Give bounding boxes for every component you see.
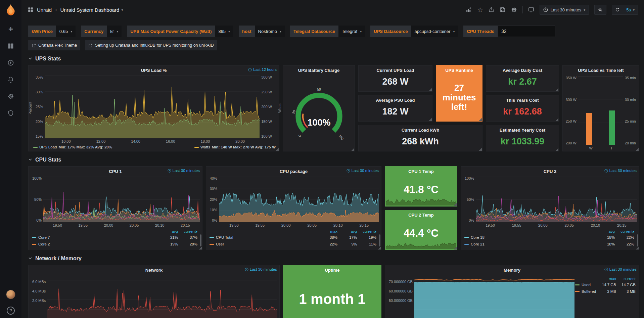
legend-scrollbar[interactable] (379, 234, 380, 246)
panel-resize-handle[interactable] (454, 203, 457, 206)
network-chart-canvas[interactable] (47, 275, 277, 318)
panel-resize-handle[interactable] (555, 148, 558, 151)
refresh-button[interactable] (612, 5, 623, 14)
panel-resize-handle[interactable] (351, 148, 354, 151)
cpu2-chart-canvas[interactable] (476, 177, 637, 222)
configuration-gear-icon[interactable] (7, 93, 14, 100)
dashboards-icon[interactable] (7, 42, 14, 50)
legend-header-current[interactable]: current (616, 277, 636, 281)
battery-gauge-chart[interactable]: 50 0 20 100 100% (285, 83, 353, 142)
axis-tick: 250 W (261, 90, 272, 94)
legend-header-current[interactable]: current▾ (178, 229, 197, 233)
panel-resize-handle[interactable] (479, 118, 482, 121)
chart-legend: max current Used 14.7 GB 14.7 GB Buffere… (574, 275, 637, 318)
legend-series-name[interactable]: User (210, 242, 318, 246)
panel-resize-handle[interactable] (555, 118, 558, 121)
ups-load-chart-canvas[interactable] (45, 76, 260, 138)
link-ups-monitoring-guide[interactable]: Setting up Grafana and InfluxDB for UPS … (85, 40, 217, 50)
time-range-picker[interactable]: Last 30 minutes ▾ (540, 5, 589, 15)
panel-cpu1-temp: CPU 1 Temp 41.8 °C (385, 166, 457, 207)
axis-tick: 25 min (625, 120, 636, 123)
panel-resize-handle[interactable] (636, 246, 639, 249)
legend-series-name[interactable]: Used (575, 283, 597, 287)
legend-series-name[interactable]: CPU Total (210, 235, 318, 239)
bar-chart-plot[interactable] (578, 76, 623, 145)
panel-resize-handle[interactable] (479, 148, 482, 151)
chevron-down-icon: ▾ (280, 30, 281, 33)
y-axis-left: 35%30%25%20%15% (34, 76, 45, 138)
legend-series-name[interactable]: Watts (200, 145, 210, 149)
legend-series-stats: Min: 17% Max: 32% Avg: 20% (58, 145, 112, 149)
cpu-package-chart-canvas[interactable] (219, 177, 379, 222)
memory-chart-canvas[interactable] (414, 275, 574, 318)
panel-resize-handle[interactable] (276, 148, 279, 151)
zoom-out-button[interactable] (594, 5, 606, 15)
legend-series-name[interactable]: UPS Load (39, 145, 57, 149)
legend-series-name[interactable]: Core 2 (32, 242, 158, 246)
panel-resize-handle[interactable] (636, 148, 639, 151)
chevron-down-icon: ▾ (228, 30, 230, 33)
svg-text:50: 50 (317, 88, 321, 91)
breadcrumb-unraid[interactable]: Unraid (37, 7, 52, 13)
axis-tick: 70.000000 GB (389, 280, 413, 284)
variable-value-dropdown[interactable]: Nostromo▾ (255, 26, 285, 37)
panel-resize-handle[interactable] (378, 246, 381, 249)
variable-value-dropdown[interactable]: apcupsd-container▾ (411, 26, 458, 37)
legend-header-max[interactable]: max (318, 229, 337, 233)
variable-label: CPU Threads (463, 26, 498, 37)
legend-series-stats: Min: 148 W Max: 278 W Avg: 175 W (212, 145, 276, 149)
legend-header-avg[interactable]: avg (337, 229, 357, 233)
axis-tick: 50.000000 GB (389, 299, 413, 303)
panel-resize-handle[interactable] (429, 118, 432, 121)
link-grafana-plex-theme[interactable]: Grafana Plex Theme (28, 40, 80, 50)
variable-value-dropdown[interactable]: Telegraf▾ (338, 26, 365, 37)
variable-value-dropdown[interactable]: kr▾ (107, 26, 122, 37)
legend-series-name[interactable]: Core 18 (464, 235, 595, 239)
panel-resize-handle[interactable] (199, 246, 202, 249)
grafana-logo-icon[interactable] (4, 3, 17, 17)
panel-resize-handle[interactable] (429, 88, 432, 91)
cpu1-chart-canvas[interactable] (43, 177, 200, 222)
legend-header-avg[interactable]: avg (595, 229, 615, 233)
explore-compass-icon[interactable] (7, 59, 14, 66)
help-icon[interactable]: ? (7, 307, 15, 315)
legend-header-avg[interactable]: avg (158, 229, 178, 233)
ups-stats-row: UPS Load % Last 12 hours Percent 35%30%2… (28, 65, 639, 151)
panel-resize-handle[interactable] (454, 246, 457, 249)
create-plus-icon[interactable]: + (7, 26, 14, 33)
share-icon[interactable] (488, 7, 494, 13)
cpu-threads-input[interactable] (498, 26, 555, 37)
axis-tick: 20:15 (181, 223, 190, 227)
variable-kwh-price: kWh Price 0.65▾ (28, 26, 76, 37)
legend-row: Core 21 18% 22% (464, 241, 634, 247)
panel-resize-handle[interactable] (555, 88, 558, 91)
dashboard-title-dropdown[interactable]: Unraid System Dashboard ▾ (60, 7, 123, 13)
server-admin-shield-icon[interactable] (7, 109, 14, 117)
section-header-network-memory[interactable]: Network / Memory (28, 256, 639, 262)
y-axis-label: Watts (278, 103, 282, 113)
legend-header-max[interactable]: max (597, 277, 616, 281)
add-panel-icon[interactable] (466, 7, 472, 13)
bar-time (609, 110, 615, 145)
alerting-bell-icon[interactable] (7, 76, 14, 83)
legend-scrollbar[interactable] (200, 234, 201, 246)
legend-series-name[interactable]: Buffered (575, 289, 597, 293)
section-header-cpu-stats[interactable]: CPU Stats (28, 157, 639, 163)
save-icon[interactable] (500, 7, 506, 13)
variable-value-dropdown[interactable]: 865▾ (215, 26, 233, 37)
legend-series-name[interactable]: Core 7 (32, 235, 158, 239)
legend-series-name[interactable]: Core 21 (464, 242, 595, 246)
chart-plot (414, 275, 574, 318)
variable-value-dropdown[interactable]: 0.65▾ (56, 26, 76, 37)
cycle-view-monitor-icon[interactable] (528, 7, 534, 13)
axis-tick: 150 W (261, 120, 272, 124)
user-avatar[interactable] (6, 290, 15, 299)
legend-header-current[interactable]: current▾ (357, 229, 376, 233)
section-header-ups-stats[interactable]: UPS Stats (28, 56, 639, 62)
refresh-interval-dropdown[interactable]: 5s ▾ (623, 5, 638, 14)
dashboard-settings-gear-icon[interactable] (511, 7, 517, 13)
legend-header-current[interactable]: current▾ (615, 229, 634, 233)
legend-scrollbar[interactable] (637, 234, 638, 246)
panel-ups-runtime: UPS Runtime 27 minutes left! (436, 65, 482, 122)
star-icon[interactable]: ☆ (477, 6, 483, 14)
